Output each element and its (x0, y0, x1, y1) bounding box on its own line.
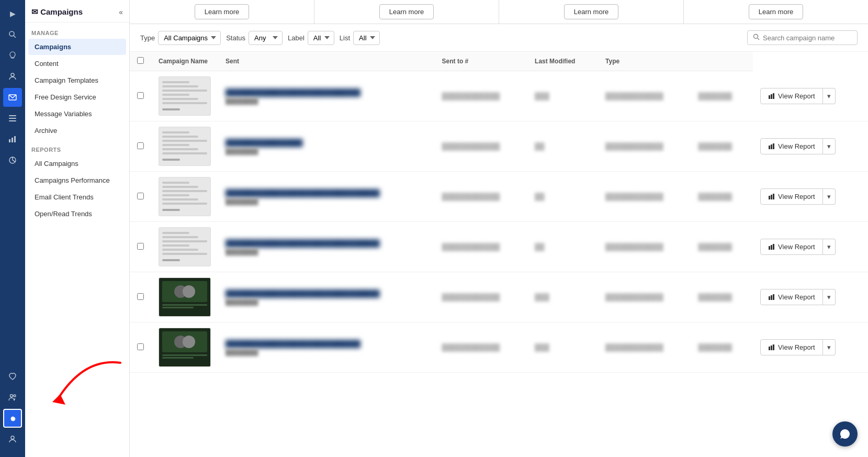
row-thumb-cell (151, 272, 218, 322)
svg-rect-24 (771, 195, 772, 199)
view-report-button[interactable]: View Report (760, 188, 823, 205)
campaign-sub-text: ████████ (226, 148, 427, 154)
status-filter-label: Status (226, 34, 245, 42)
sidebar-item-message-variables[interactable]: Message Variables (28, 106, 126, 122)
select-all-checkbox[interactable] (137, 57, 144, 64)
type-filter-select[interactable]: All Campaigns Email SMS (158, 31, 221, 45)
people-icon[interactable] (3, 388, 22, 407)
view-report-dropdown-button[interactable]: ▾ (823, 289, 836, 305)
last-modified-value: ████████████ (605, 293, 663, 301)
list-nav-icon[interactable] (3, 109, 22, 128)
row-checkbox-2[interactable] (137, 142, 144, 149)
search-nav-icon[interactable] (3, 25, 22, 44)
row-thumb-cell (151, 121, 218, 172)
chat-button[interactable] (832, 421, 858, 447)
expand-icon[interactable]: ▶ (3, 4, 22, 23)
campaign-sub-text: ████████ (226, 349, 427, 355)
row-sent-to-cell: ███ (527, 71, 598, 121)
campaigns-area: Type All Campaigns Email SMS Status Any … (130, 24, 868, 457)
view-report-button[interactable]: View Report (760, 289, 823, 305)
type-filter-group: Type All Campaigns Email SMS (140, 31, 221, 45)
campaign-name-text: ████████████████████████████ (226, 88, 427, 96)
chart-pie-nav-icon[interactable] (3, 151, 22, 170)
sidebar-item-campaigns[interactable]: Campaigns (28, 39, 126, 55)
row-last-modified-cell: ████████████ (598, 272, 691, 322)
sidebar-item-campaign-templates[interactable]: Campaign Templates (28, 72, 126, 88)
settings-icon[interactable] (3, 409, 22, 428)
learn-more-btn-2[interactable]: Learn more (379, 4, 434, 19)
row-type-cell: ███████ (691, 172, 753, 222)
sidebar-item-free-design[interactable]: Free Design Service (28, 89, 126, 105)
search-box (747, 30, 858, 45)
svg-rect-7 (9, 120, 16, 121)
sidebar-title: ✉ Campaigns « (25, 0, 129, 23)
view-report-button[interactable]: View Report (760, 88, 823, 104)
sidebar-item-archive[interactable]: Archive (28, 122, 126, 139)
row-checkbox-6[interactable] (137, 343, 144, 350)
campaign-thumbnail (159, 127, 211, 166)
lightbulb-icon[interactable] (3, 46, 22, 65)
collapse-icon[interactable]: « (119, 8, 123, 16)
sidebar-item-open-read-trends[interactable]: Open/Read Trends (28, 206, 126, 222)
row-sent-cell: ████████████ (435, 222, 528, 272)
row-checkbox-5[interactable] (137, 293, 144, 300)
svg-rect-8 (9, 139, 10, 142)
sent-to-value: ███ (535, 92, 549, 100)
view-report-dropdown-button[interactable]: ▾ (823, 88, 836, 104)
row-sent-cell: ████████████ (435, 71, 528, 121)
row-name-cell: ████████████████ ████████ (218, 121, 435, 172)
row-checkbox-4[interactable] (137, 243, 144, 250)
list-filter-select[interactable]: All (353, 31, 380, 45)
view-report-button[interactable]: View Report (760, 239, 823, 255)
svg-rect-23 (769, 196, 770, 199)
icon-sidebar: ▶ (0, 0, 25, 457)
heart-icon[interactable] (3, 367, 22, 386)
svg-rect-32 (769, 347, 770, 350)
row-checkbox-3[interactable] (137, 193, 144, 199)
row-name-cell: ████████████████████████████████ ███████… (218, 222, 435, 272)
campaign-sub-text: ████████ (226, 98, 427, 104)
label-filter-label: Label (288, 34, 305, 42)
col-header-action (691, 52, 753, 71)
row-action-cell: View Report ▾ (753, 322, 868, 373)
col-header-name: Campaign Name (151, 52, 218, 71)
svg-rect-6 (9, 118, 16, 119)
sidebar-item-campaigns-performance[interactable]: Campaigns Performance (28, 172, 126, 188)
row-sent-cell: ████████████ (435, 121, 528, 172)
mail-nav-icon[interactable] (3, 88, 22, 107)
last-modified-value: ████████████ (605, 243, 663, 251)
view-report-button[interactable]: View Report (760, 138, 823, 154)
profile-nav-icon[interactable] (3, 430, 22, 449)
promo-cell-2: Learn more (314, 0, 499, 24)
search-campaigns-icon (753, 34, 760, 42)
row-sent-to-cell: ██ (527, 121, 598, 172)
learn-more-btn-3[interactable]: Learn more (564, 4, 618, 19)
svg-rect-2 (12, 58, 14, 59)
search-campaign-input[interactable] (763, 34, 852, 42)
row-checkbox-1[interactable] (137, 92, 144, 99)
status-filter-select[interactable]: Any Sent Draft (249, 31, 283, 45)
chart-bar-nav-icon[interactable] (3, 130, 22, 149)
user-nav-icon[interactable] (3, 67, 22, 86)
view-report-dropdown-button[interactable]: ▾ (823, 339, 836, 355)
campaign-name-text: ████████████████████████████████ (226, 289, 427, 297)
row-checkbox-cell (130, 71, 151, 121)
learn-more-btn-4[interactable]: Learn more (749, 4, 803, 19)
sidebar-item-all-campaigns[interactable]: All Campaigns (28, 155, 126, 172)
view-report-button[interactable]: View Report (760, 339, 823, 355)
last-modified-value: ████████████ (605, 193, 663, 200)
learn-more-btn-1[interactable]: Learn more (195, 4, 249, 19)
view-report-dropdown-button[interactable]: ▾ (823, 188, 836, 205)
sent-to-value: ██ (535, 243, 544, 251)
view-report-dropdown-button[interactable]: ▾ (823, 239, 836, 255)
sent-to-value: ██ (535, 193, 544, 200)
svg-rect-22 (773, 143, 774, 149)
label-filter-select[interactable]: All (308, 31, 334, 45)
last-modified-value: ████████████ (605, 142, 663, 150)
sidebar-item-email-client-trends[interactable]: Email Client Trends (28, 189, 126, 205)
row-last-modified-cell: ████████████ (598, 121, 691, 172)
row-name-cell: ████████████████████████████ ████████ (218, 71, 435, 121)
table-row: ████████████████████████████ ████████ ██… (130, 322, 868, 373)
view-report-dropdown-button[interactable]: ▾ (823, 138, 836, 154)
sidebar-item-content[interactable]: Content (28, 55, 126, 72)
